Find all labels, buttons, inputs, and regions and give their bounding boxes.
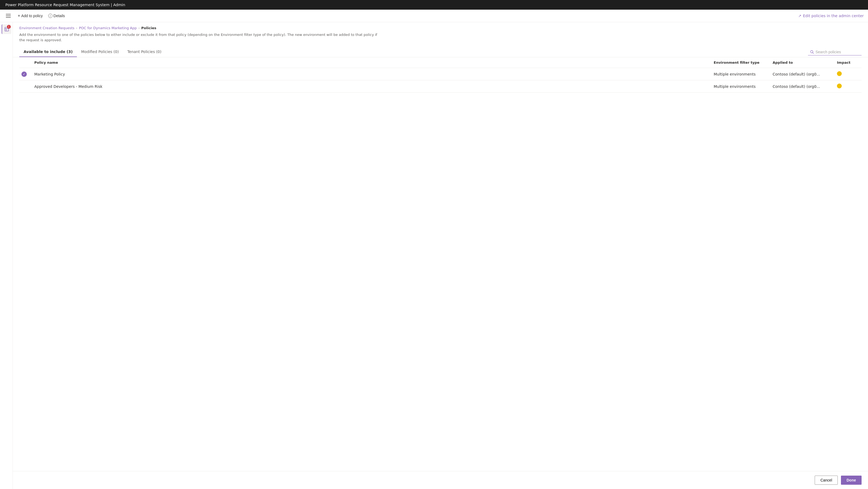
layout: 1 Environment Creation Requests › POC fo… xyxy=(0,22,868,489)
tab-tenant[interactable]: Tenant Policies (0) xyxy=(123,47,165,57)
sidebar-icon-requests[interactable]: 1 xyxy=(2,24,11,34)
hamburger-line-1 xyxy=(6,14,11,14)
tab-available[interactable]: Available to include (3) xyxy=(19,47,77,57)
search-input[interactable] xyxy=(815,50,858,54)
page-description: Add the environment to one of the polici… xyxy=(13,30,388,47)
toolbar: + Add to policy i Details ↗ Edit policie… xyxy=(0,10,868,22)
edit-policies-label: Edit policies in the admin center xyxy=(803,14,864,18)
col-header-policy: Policy name xyxy=(32,57,712,68)
breadcrumb-step1[interactable]: Environment Creation Requests xyxy=(19,26,74,30)
plus-icon: + xyxy=(18,13,20,18)
table-cell-policy-name: Marketing Policy xyxy=(32,68,712,80)
table-cell-env-filter: Multiple environments xyxy=(712,80,771,93)
col-header-env-filter: Environment filter type xyxy=(712,57,771,68)
tabs: Available to include (3) Modified Polici… xyxy=(19,47,165,57)
hamburger-line-2 xyxy=(6,15,11,16)
table-cell-applied-to: Contoso (default) (org0... xyxy=(771,80,835,93)
add-to-policy-label: Add to policy xyxy=(21,14,42,18)
cancel-button[interactable]: Cancel xyxy=(815,476,838,485)
breadcrumb-sep-2: › xyxy=(138,26,140,30)
col-header-impact: Impact xyxy=(835,57,862,68)
main-content: Environment Creation Requests › POC for … xyxy=(13,22,868,489)
table-cell-check: ✓ xyxy=(19,68,32,80)
done-button[interactable]: Done xyxy=(841,476,862,485)
table-cell-applied-to: Contoso (default) (org0... xyxy=(771,68,835,80)
check-icon: ✓ xyxy=(22,71,27,77)
breadcrumb-step2[interactable]: POC for Dynamics Marketing App xyxy=(79,26,137,30)
breadcrumb-sep-1: › xyxy=(76,26,78,30)
title-bar-text: Power Platform Resource Request Manageme… xyxy=(5,3,125,7)
table-row[interactable]: ✓Marketing PolicyMultiple environmentsCo… xyxy=(19,68,862,80)
table-cell-env-filter: Multiple environments xyxy=(712,68,771,80)
breadcrumb-step3: Policies xyxy=(141,26,156,30)
search-box xyxy=(808,49,862,56)
table-container: Policy name Environment filter type Appl… xyxy=(13,57,868,471)
table-cell-policy-name: Approved Developers - Medium Risk xyxy=(32,80,712,93)
details-button[interactable]: i Details xyxy=(46,12,67,20)
title-bar: Power Platform Resource Request Manageme… xyxy=(0,0,868,10)
toolbar-left: + Add to policy i Details xyxy=(4,12,67,20)
impact-dot xyxy=(837,71,842,76)
table-cell-impact xyxy=(835,68,862,80)
details-label: Details xyxy=(54,14,65,18)
tab-modified[interactable]: Modified Policies (0) xyxy=(77,47,123,57)
table-row[interactable]: Approved Developers - Medium RiskMultipl… xyxy=(19,80,862,93)
tabs-container: Available to include (3) Modified Polici… xyxy=(13,47,868,57)
col-header-applied-to: Applied to xyxy=(771,57,835,68)
table-header-row: Policy name Environment filter type Appl… xyxy=(19,57,862,68)
table-cell-check xyxy=(19,80,32,93)
col-header-check xyxy=(19,57,32,68)
table-cell-impact xyxy=(835,80,862,93)
svg-line-4 xyxy=(813,53,814,54)
hamburger-line-3 xyxy=(6,17,11,18)
breadcrumb: Environment Creation Requests › POC for … xyxy=(13,22,868,30)
notification-badge: 1 xyxy=(7,25,11,29)
impact-dot xyxy=(837,84,842,88)
edit-policies-link[interactable]: ↗ Edit policies in the admin center xyxy=(798,14,864,18)
hamburger-button[interactable] xyxy=(4,12,12,19)
info-icon: i xyxy=(48,14,53,18)
footer: Cancel Done xyxy=(13,471,868,489)
sidebar: 1 xyxy=(0,22,13,489)
search-icon xyxy=(810,50,814,54)
add-to-policy-button[interactable]: + Add to policy xyxy=(16,12,45,20)
table-body: ✓Marketing PolicyMultiple environmentsCo… xyxy=(19,68,862,93)
external-link-icon: ↗ xyxy=(798,14,802,18)
policies-table: Policy name Environment filter type Appl… xyxy=(19,57,862,93)
